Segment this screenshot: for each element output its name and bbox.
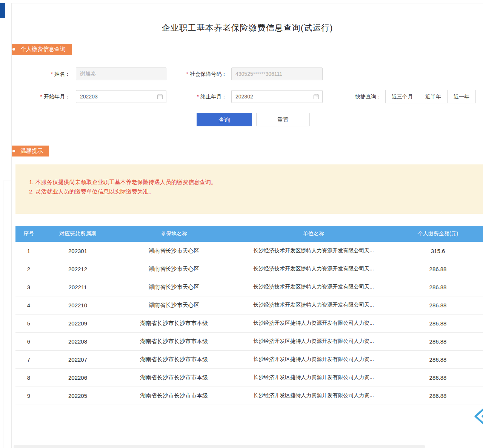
cell-period: 202212 (42, 260, 114, 278)
cell-employer: 长沙经济开发区捷特人力资源开发有限公司人力资... (234, 350, 393, 368)
table-row: 1 202301 湖南省长沙市天心区 长沙经济技术开发区捷特人力资源开发有限公司… (15, 242, 483, 260)
cell-employer: 长沙经济技术开发区捷特人力资源开发有限公司天... (234, 260, 393, 278)
cell-period: 202207 (42, 350, 114, 368)
quick-query-label: 快捷查询： (344, 90, 381, 103)
cell-place: 湖南省长沙市天心区 (114, 242, 234, 260)
cell-amount: 286.88 (393, 368, 483, 387)
table-header-row: 序号 对应费款所属期 参保地名称 单位名称 个人缴费金额(元) (15, 226, 483, 242)
start-month-label: *开始年月： (23, 90, 70, 103)
cell-period: 202301 (42, 242, 114, 260)
table-row: 2 202212 湖南省长沙市天心区 长沙经济技术开发区捷特人力资源开发有限公司… (15, 260, 483, 278)
cell-period: 202205 (42, 387, 114, 405)
section-badge-tips: 温馨提示 (11, 146, 49, 156)
sidebar-collapsed-tab[interactable] (0, 3, 5, 18)
cell-seq: 3 (15, 278, 42, 296)
bullet-icon (12, 150, 15, 152)
cell-employer: 长沙经济技术开发区捷特人力资源开发有限公司天... (234, 278, 393, 296)
name-label: *姓名： (23, 68, 70, 80)
cell-period: 202211 (42, 278, 114, 296)
left-rail (3, 0, 11, 181)
search-button[interactable]: 查询 (197, 113, 252, 126)
col-header-place: 参保地名称 (114, 226, 234, 242)
cell-place: 湖南省长沙市天心区 (114, 278, 234, 296)
cell-amount: 286.88 (393, 332, 483, 350)
cell-amount: 286.88 (393, 260, 483, 278)
cell-employer: 长沙经济开发区捷特人力资源开发有限公司人力资... (234, 332, 393, 350)
cell-amount: 286.88 (393, 350, 483, 368)
double-chevron-left-icon[interactable] (473, 408, 483, 425)
cell-seq: 5 (15, 314, 42, 332)
table-row: 9 202205 湖南省长沙市长沙市市本级 长沙经济开发区捷特人力资源开发有限公… (15, 387, 483, 405)
cell-seq: 6 (15, 332, 42, 350)
cell-amount: 315.6 (393, 242, 483, 260)
cell-period: 202206 (42, 368, 114, 387)
section-badge-label: 温馨提示 (20, 147, 43, 155)
table-row: 5 202209 湖南省长沙市长沙市市本级 长沙经济开发区捷特人力资源开发有限公… (15, 314, 483, 332)
end-month-label: *终止年月： (172, 90, 227, 103)
cell-place: 湖南省长沙市长沙市市本级 (114, 350, 234, 368)
table-row: 7 202207 湖南省长沙市长沙市市本级 长沙经济开发区捷特人力资源开发有限公… (15, 350, 483, 368)
cell-seq: 1 (15, 242, 42, 260)
col-header-amount: 个人缴费金额(元) (393, 226, 483, 242)
cell-employer: 长沙经济开发区捷特人力资源开发有限公司人力资... (234, 368, 393, 387)
cell-place: 湖南省长沙市长沙市市本级 (114, 387, 234, 405)
cell-period: 202208 (42, 332, 114, 350)
ssn-label: *社会保障号码： (172, 68, 227, 80)
tips-line-1: 1. 本服务仅提供尚未领取企业职工基本养老保险待遇人员的缴费信息查询。 (29, 177, 475, 187)
start-month-field[interactable] (76, 90, 166, 103)
section-badge-label: 个人缴费信息查询 (20, 46, 66, 53)
ssn-field[interactable] (231, 68, 323, 80)
col-header-employer: 单位名称 (234, 226, 393, 242)
cell-amount: 286.88 (393, 387, 483, 405)
col-header-seq: 序号 (15, 226, 42, 242)
ribbon-fold (11, 55, 12, 60)
required-marker: * (51, 71, 53, 77)
cell-seq: 2 (15, 260, 42, 278)
cell-place: 湖南省长沙市天心区 (114, 260, 234, 278)
cell-employer: 长沙经济开发区捷特人力资源开发有限公司人力资... (234, 387, 393, 405)
ribbon-fold (11, 156, 12, 162)
cell-amount: 286.88 (393, 278, 483, 296)
tips-notice-box: 1. 本服务仅提供尚未领取企业职工基本养老保险待遇人员的缴费信息查询。 2. 灵… (15, 164, 483, 214)
table-row: 6 202208 湖南省长沙市长沙市市本级 长沙经济开发区捷特人力资源开发有限公… (15, 332, 483, 350)
tips-line-2: 2. 灵活就业人员的缴费单位信息以实际缴费为准。 (29, 187, 475, 196)
cell-seq: 8 (15, 368, 42, 387)
section-badge-personal-query: 个人缴费信息查询 (11, 44, 72, 55)
required-marker: * (40, 94, 42, 100)
cell-place: 湖南省长沙市长沙市市本级 (114, 368, 234, 387)
horizontal-scrollbar[interactable] (14, 445, 425, 448)
required-marker: * (186, 71, 188, 77)
cell-seq: 7 (15, 350, 42, 368)
reset-button[interactable]: 重置 (256, 113, 310, 126)
quick-query-3months[interactable]: 近三个月 (385, 90, 419, 103)
quick-query-group: 近三个月 近半年 近一年 (385, 90, 476, 103)
cell-place: 湖南省长沙市天心区 (114, 296, 234, 314)
col-header-period: 对应费款所属期 (42, 226, 114, 242)
cell-period: 202210 (42, 296, 114, 314)
cell-employer: 长沙经济开发区捷特人力资源开发有限公司人力资... (234, 314, 393, 332)
result-table: 序号 对应费款所属期 参保地名称 单位名称 个人缴费金额(元) 1 202301… (15, 226, 483, 405)
cell-seq: 4 (15, 296, 42, 314)
table-row: 4 202210 湖南省长沙市天心区 长沙经济技术开发区捷特人力资源开发有限公司… (15, 296, 483, 314)
quick-query-one-year[interactable]: 近一年 (447, 90, 476, 103)
bullet-icon (12, 48, 15, 51)
page-title: 企业职工基本养老保险缴费信息查询(试运行) (12, 22, 483, 34)
table-row: 8 202206 湖南省长沙市长沙市市本级 长沙经济开发区捷特人力资源开发有限公… (15, 368, 483, 387)
end-month-field[interactable] (231, 90, 323, 103)
cell-place: 湖南省长沙市长沙市市本级 (114, 332, 234, 350)
cell-amount: 286.88 (393, 296, 483, 314)
cell-employer: 长沙经济技术开发区捷特人力资源开发有限公司天... (234, 242, 393, 260)
cell-place: 湖南省长沙市长沙市市本级 (114, 314, 234, 332)
quick-query-half-year[interactable]: 近半年 (419, 90, 448, 103)
cell-seq: 9 (15, 387, 42, 405)
table-row: 3 202211 湖南省长沙市天心区 长沙经济技术开发区捷特人力资源开发有限公司… (15, 278, 483, 296)
cell-amount: 286.88 (393, 314, 483, 332)
cell-period: 202209 (42, 314, 114, 332)
cell-employer: 长沙经济技术开发区捷特人力资源开发有限公司天... (234, 296, 393, 314)
required-marker: * (197, 94, 199, 100)
name-field[interactable] (76, 68, 166, 80)
table-body: 1 202301 湖南省长沙市天心区 长沙经济技术开发区捷特人力资源开发有限公司… (15, 242, 483, 405)
main-panel: 企业职工基本养老保险缴费信息查询(试运行) 个人缴费信息查询 *姓名： *社会保… (11, 3, 483, 448)
